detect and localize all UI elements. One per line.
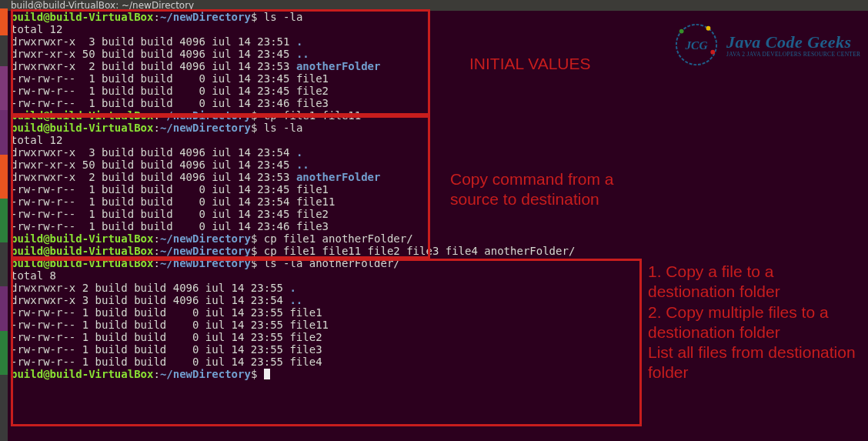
svg-point-2 (706, 26, 711, 31)
unity-launcher (0, 0, 8, 441)
annotation-copy: Copy command from a source to destinatio… (450, 169, 650, 210)
svg-point-1 (679, 29, 684, 34)
highlight-box-multi (11, 259, 642, 426)
svg-text:JCG: JCG (684, 38, 707, 52)
logo: JCG Java Code Geeks JAVA 2 JAVA DEVELOPE… (674, 22, 859, 68)
jcg-badge-icon: JCG (674, 22, 719, 67)
annotation-multi: 1. Copy a file to a destionation folder … (648, 262, 863, 383)
highlight-box-copy (11, 115, 430, 259)
logo-subtitle: JAVA 2 JAVA DEVELOPERS RESOURCE CENTER (726, 51, 860, 58)
highlight-box-initial (11, 9, 430, 115)
annotation-initial: INITIAL VALUES (469, 54, 591, 74)
logo-title: Java Code Geeks (726, 32, 860, 52)
svg-point-3 (710, 50, 715, 55)
